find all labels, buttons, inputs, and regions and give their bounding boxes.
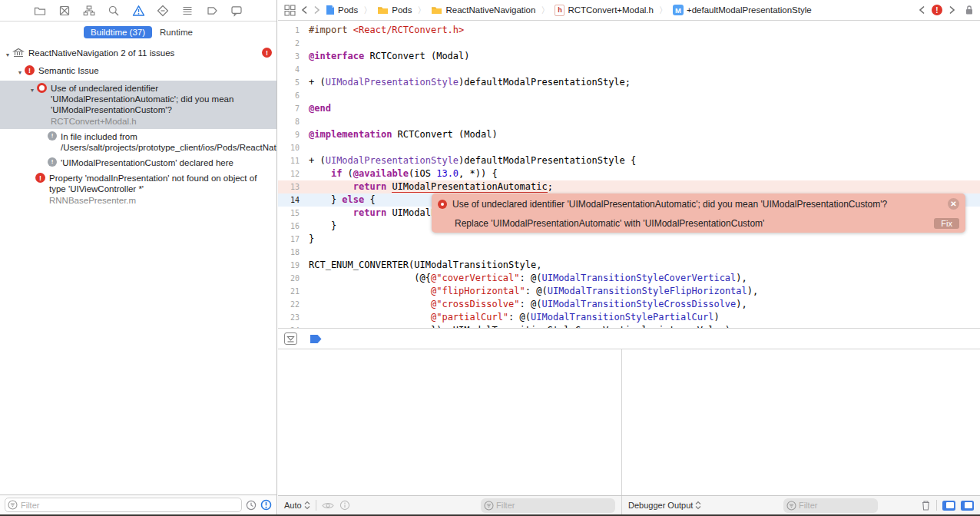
variables-scope-dropdown[interactable]: Auto	[284, 501, 310, 510]
breakpoints-toggle-icon[interactable]	[310, 334, 323, 344]
code-text: (@{@"coverVertical": @(UIModalTransition…	[309, 272, 980, 285]
next-issue-icon[interactable]	[949, 5, 955, 15]
issue-count-badge[interactable]: !	[932, 5, 942, 15]
breadcrumb-file[interactable]: h RCTConvert+Modal.h	[555, 5, 654, 16]
line-number[interactable]: 18	[278, 246, 309, 259]
find-navigator-icon[interactable]	[107, 4, 121, 18]
show-variables-view-toggle[interactable]	[942, 501, 955, 511]
source-editor[interactable]: 1#import <React/RCTConvert.h>23@interfac…	[278, 21, 980, 329]
disclosure-triangle[interactable]: ▼	[28, 83, 37, 96]
code-line-7[interactable]: 7@end	[278, 102, 980, 115]
breadcrumb-method[interactable]: M +defaultModalPresentationStyle	[673, 5, 812, 15]
line-number[interactable]: 13	[278, 180, 309, 194]
issue-row[interactable]: ! Property 'modalInPresentation' not fou…	[0, 170, 276, 208]
console-view[interactable]	[622, 349, 980, 495]
code-line-23[interactable]: 23 @"partialCurl": @(UIModalTransitionSt…	[278, 311, 980, 324]
code-line-8[interactable]: 8	[278, 115, 980, 128]
line-number[interactable]: 16	[278, 220, 309, 233]
code-line-24[interactable]: 24 }), UIModalTransitionStyleCoverVertic…	[278, 324, 980, 329]
line-number[interactable]: 4	[278, 63, 309, 76]
disclosure-triangle[interactable]: ▼	[15, 65, 25, 78]
console-output-dropdown[interactable]: Debugger Output	[628, 501, 701, 510]
issue-note-row[interactable]: ! In file included from /Users/salt/proj…	[0, 129, 276, 155]
line-number[interactable]: 22	[278, 298, 309, 311]
tab-buildtime[interactable]: Buildtime (37)	[84, 26, 152, 38]
line-number[interactable]: 3	[278, 50, 309, 63]
disclosure-triangle[interactable]: ▼	[3, 48, 12, 61]
recent-issues-icon[interactable]	[246, 500, 257, 511]
code-line-5[interactable]: 5+ (UIModalPresentationStyle)defaultModa…	[278, 76, 980, 89]
code-line-4[interactable]: 4	[278, 63, 980, 76]
show-console-view-toggle[interactable]	[961, 501, 974, 511]
code-line-11[interactable]: 11+ (UIModalPresentationStyle)defaultMod…	[278, 154, 980, 167]
back-icon[interactable]	[301, 5, 308, 15]
line-number[interactable]: 21	[278, 285, 309, 298]
breadcrumb-folder[interactable]: Pods	[377, 5, 412, 15]
code-line-21[interactable]: 21 @"flipHorizontal": @(UIModalTransitio…	[278, 285, 980, 298]
method-badge-icon: M	[673, 5, 684, 15]
code-text	[309, 115, 980, 128]
code-line-1[interactable]: 1#import <React/RCTConvert.h>	[278, 24, 980, 37]
code-line-6[interactable]: 6	[278, 89, 980, 102]
issue-navigator-icon[interactable]	[131, 4, 145, 18]
issue-group-row[interactable]: ▼ ! Semantic Issue	[0, 63, 276, 81]
line-number[interactable]: 14	[278, 194, 309, 207]
clear-console-icon[interactable]	[921, 500, 931, 511]
code-line-22[interactable]: 22 @"crossDissolve": @(UIModalTransition…	[278, 298, 980, 311]
tab-runtime[interactable]: Runtime	[160, 28, 193, 37]
project-row[interactable]: ▼ ReactNativeNavigation 2 of 11 issues !	[0, 45, 276, 63]
issue-row-selected[interactable]: ▼ Use of undeclared identifier 'UIModalP…	[0, 81, 276, 129]
test-navigator-icon[interactable]	[156, 4, 170, 18]
errors-only-filter-icon[interactable]	[260, 499, 272, 511]
line-number[interactable]: 8	[278, 115, 309, 128]
code-line-9[interactable]: 9@implementation RCTConvert (Modal)	[278, 128, 980, 141]
navigator-filter-input[interactable]	[5, 498, 242, 512]
code-line-2[interactable]: 2	[278, 37, 980, 50]
code-line-20[interactable]: 20 (@{@"coverVertical": @(UIModalTransit…	[278, 272, 980, 285]
console-filter-input[interactable]	[783, 498, 878, 513]
hide-debug-area-button[interactable]	[284, 332, 297, 345]
project-navigator-icon[interactable]	[33, 4, 47, 18]
line-number[interactable]: 17	[278, 233, 309, 246]
line-number[interactable]: 9	[278, 128, 309, 141]
debug-navigator-icon[interactable]	[180, 4, 194, 18]
line-number[interactable]: 20	[278, 272, 309, 285]
line-number[interactable]: 19	[278, 259, 309, 272]
prev-issue-icon[interactable]	[919, 5, 925, 15]
code-text	[309, 63, 980, 76]
line-number[interactable]: 12	[278, 167, 309, 180]
quicklook-eye-icon[interactable]	[322, 501, 334, 510]
code-line-3[interactable]: 3@interface RCTConvert (Modal)	[278, 50, 980, 63]
code-line-17[interactable]: 17}	[278, 233, 980, 246]
info-icon[interactable]	[339, 500, 350, 511]
line-number[interactable]: 24	[278, 324, 309, 329]
line-number[interactable]: 2	[278, 37, 309, 50]
line-number[interactable]: 6	[278, 89, 309, 102]
breakpoint-navigator-icon[interactable]	[205, 4, 219, 18]
line-number[interactable]: 15	[278, 207, 309, 220]
code-line-13[interactable]: 13 return UIModalPresentationAutomatic;	[278, 180, 980, 194]
code-line-10[interactable]: 10	[278, 141, 980, 154]
symbol-navigator-icon[interactable]	[82, 4, 96, 18]
popup-close-icon[interactable]: ✕	[948, 198, 959, 210]
breadcrumb-folder[interactable]: ReactNativeNavigation	[431, 5, 535, 15]
code-line-18[interactable]: 18	[278, 246, 980, 259]
breadcrumb-project[interactable]: Pods	[326, 5, 358, 15]
code-line-19[interactable]: 19RCT_ENUM_CONVERTER(UIModalTransitionSt…	[278, 259, 980, 272]
line-number[interactable]: 5	[278, 76, 309, 89]
line-number[interactable]: 10	[278, 141, 309, 154]
issue-note-row[interactable]: ! 'UIModalPresentationCustom' declared h…	[0, 155, 276, 170]
code-line-12[interactable]: 12 if (@available(iOS 13.0, *)) {	[278, 167, 980, 180]
related-items-icon[interactable]	[284, 5, 296, 16]
fix-button[interactable]: Fix	[934, 218, 959, 229]
forward-icon[interactable]	[313, 5, 320, 15]
variables-view[interactable]	[278, 349, 622, 495]
report-navigator-icon[interactable]	[230, 4, 243, 18]
line-number[interactable]: 23	[278, 311, 309, 324]
source-control-navigator-icon[interactable]	[58, 4, 71, 18]
line-number[interactable]: 11	[278, 154, 309, 167]
variables-filter-input[interactable]	[481, 498, 615, 513]
line-number[interactable]: 1	[278, 24, 309, 37]
line-number[interactable]: 7	[278, 102, 309, 115]
error-donut-icon	[37, 83, 47, 93]
